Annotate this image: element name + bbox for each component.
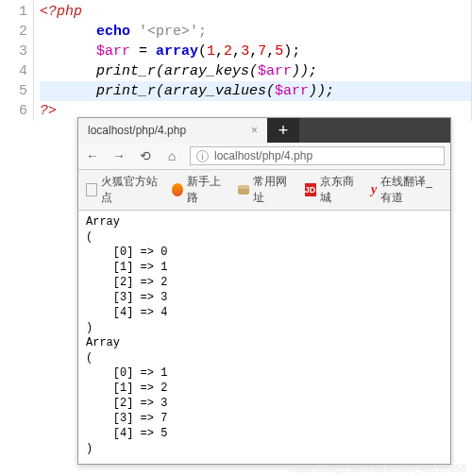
call-array-values: print_r(array_values( (96, 83, 275, 99)
code-editor: 1 2 3 4 5 6 <?php echo '<pre>'; $arr = a… (0, 0, 472, 121)
call-array-keys: print_r(array_keys( (96, 63, 258, 79)
folder-icon (238, 185, 249, 195)
tab-title: localhost/php/4.php (88, 124, 186, 137)
bookmark-common-sites[interactable]: 常用网址 (238, 174, 291, 206)
line-number: 5 (0, 81, 27, 101)
back-icon[interactable]: ← (84, 148, 101, 163)
variable-arr: $arr (96, 43, 130, 60)
line-number: 3 (0, 42, 27, 61)
php-open-tag: <?php (40, 4, 82, 20)
forward-icon[interactable]: → (110, 148, 127, 163)
firefox-icon (172, 183, 183, 196)
page-output: Array ( [0] => 0 [1] => 1 [2] => 2 [3] =… (78, 211, 450, 464)
url-text: localhost/php/4.php (214, 149, 312, 162)
watermark: https://blog.csdn.net/weixin_43727556 (290, 463, 466, 474)
tab-bar: localhost/php/4.php × + (78, 118, 450, 143)
nav-bar: ← → ⟲ ⌂ i localhost/php/4.php (78, 143, 450, 170)
code-line-4: print_r(array_keys($arr)); (40, 61, 471, 81)
keyword-echo: echo (96, 24, 130, 40)
line-number: 1 (0, 2, 27, 22)
code-line-3: $arr = array(1,2,3,7,5); (40, 42, 471, 61)
info-icon[interactable]: i (196, 150, 209, 162)
bookmark-jd[interactable]: JD京东商城 (305, 174, 358, 206)
bookmark-youdao[interactable]: y在线翻译_有道 (371, 174, 443, 206)
browser-tab[interactable]: localhost/php/4.php × (78, 118, 267, 143)
reload-icon[interactable]: ⟲ (137, 148, 154, 163)
youdao-icon: y (371, 182, 377, 197)
php-close-tag: ?> (40, 103, 57, 119)
line-number: 2 (0, 22, 27, 42)
line-number-gutter: 1 2 3 4 5 6 (0, 0, 34, 121)
new-tab-button[interactable]: + (267, 118, 299, 143)
line-number: 6 (0, 101, 27, 121)
code-area[interactable]: <?php echo '<pre>'; $arr = array(1,2,3,7… (34, 0, 471, 121)
close-icon[interactable]: × (251, 124, 258, 137)
keyword-array: array (156, 43, 198, 60)
code-line-2: echo '<pre>'; (40, 22, 471, 42)
bookmarks-bar: 火狐官方站点 新手上路 常用网址 JD京东商城 y在线翻译_有道 (78, 170, 450, 211)
line-number: 4 (0, 61, 27, 81)
jd-icon: JD (305, 183, 316, 196)
bookmark-firefox-official[interactable]: 火狐官方站点 (86, 174, 159, 206)
code-line-5: print_r(array_values($arr)); (40, 81, 471, 101)
code-line-1: <?php (40, 2, 471, 22)
url-input[interactable]: i localhost/php/4.php (190, 146, 445, 165)
browser-window: localhost/php/4.php × + ← → ⟲ ⌂ i localh… (77, 117, 451, 465)
home-icon[interactable]: ⌂ (163, 148, 180, 163)
bookmark-getting-started[interactable]: 新手上路 (172, 174, 225, 206)
